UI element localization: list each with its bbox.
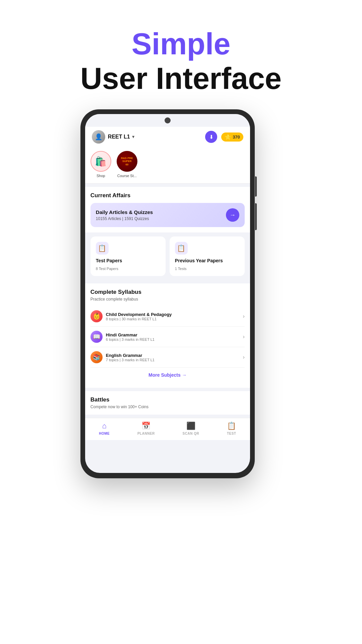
ca-arrow-button[interactable]: → [226,208,239,222]
phone-side-button-2 [255,203,257,230]
subject-icon-1: 📖 [90,331,103,343]
chevron-down-icon: ▼ [131,135,135,139]
subject-name-1: Hindi Grammar [106,332,155,337]
quick-access-row: 🛍️ Shop RAS PRESUPER60 Course St... [85,147,250,183]
chevron-right-icon-2: › [243,354,245,360]
subject-item-1[interactable]: 📖 Hindi Grammar 6 topics | 3 marks in RE… [90,327,245,347]
previous-year-card[interactable]: 📋 Previous Year Papers 1 Tests [170,236,245,276]
phone-frame: 👤 REET L1 ▼ ⬇ ⭐ 370 🛍️ [80,109,255,478]
ca-card-title: Daily Articles & Quizzes [96,209,153,215]
subject-text-2: English Grammar 7 topics | 3 marks in RE… [106,353,155,362]
nav-planner[interactable]: 📅 PLANNER [137,422,155,435]
page-header: Simple User Interface [80,0,282,109]
course-name: REET L1 [108,134,130,140]
avatar[interactable]: 👤 [92,130,105,144]
home-icon: ⌂ [102,422,107,430]
chevron-right-icon-0: › [243,313,245,319]
ca-text-block: Daily Articles & Quizzes 10155 Articles … [96,209,153,221]
subject-text-0: Child Development & Pedagogy 8 topics | … [106,312,172,321]
test-papers-grid: 📋 Test Papers 8 Test Papers 📋 Previous Y… [85,232,250,280]
star-icon: ⭐ [225,134,231,140]
subject-icon-0: 👶 [90,310,103,322]
test-papers-title: Test Papers [96,258,160,263]
page-title-simple: Simple [80,27,282,61]
subject-name-0: Child Development & Pedagogy [106,312,172,317]
header-left: 👤 REET L1 ▼ [92,130,135,144]
coins-count: 370 [233,135,240,140]
phone-notch [85,114,250,127]
test-papers-card[interactable]: 📋 Test Papers 8 Test Papers [90,236,166,276]
header-right: ⬇ ⭐ 370 [205,131,243,143]
nav-test[interactable]: 📋 TEST [227,422,236,435]
subject-icon-2: 📚 [90,351,103,363]
nav-test-label: TEST [227,432,236,435]
nav-scanqr-label: SCAN QR [183,432,199,435]
test-icon: 📋 [227,422,236,430]
previous-year-icon: 📋 [175,242,188,255]
ca-card-sub: 10155 Articles | 1591 Quizzes [96,216,153,221]
chevron-right-icon-1: › [243,334,245,340]
quick-shop[interactable]: 🛍️ Shop [90,151,111,178]
phone-side-button [255,176,257,197]
more-subjects-button[interactable]: More Subjects → [90,368,245,382]
subject-name-2: English Grammar [106,353,155,358]
shop-icon: 🛍️ [90,151,111,172]
syllabus-subtitle: Practice complete syllabus [90,297,245,302]
current-affairs-title: Current Affairs [90,192,245,199]
app-header: 👤 REET L1 ▼ ⬇ ⭐ 370 [85,127,250,147]
shop-label: Shop [97,174,105,178]
page-wrapper: Simple User Interface 👤 REET L1 ▼ [80,0,282,478]
nav-home-label: HOME [99,432,110,435]
previous-year-sub: 1 Tests [175,267,239,271]
subject-meta-2: 7 topics | 3 marks in REET L1 [106,358,155,362]
subject-meta-0: 8 topics | 30 marks in REET L1 [106,317,172,321]
test-papers-icon: 📋 [96,242,109,255]
nav-home[interactable]: ⌂ HOME [99,422,110,435]
battles-subtitle: Compete now to win 100+ Coins [90,405,245,409]
previous-year-title: Previous Year Papers [175,258,239,263]
subject-meta-1: 6 topics | 3 marks in REET L1 [106,337,155,341]
syllabus-section: Complete Syllabus Practice complete syll… [85,283,250,388]
subject-item-2[interactable]: 📚 English Grammar 7 topics | 3 marks in … [90,347,245,368]
battles-title: Battles [90,396,245,403]
scan-qr-icon: ⬛ [186,422,195,430]
subject-left-2: 📚 English Grammar 7 topics | 3 marks in … [90,351,155,363]
test-papers-sub: 8 Test Papers [96,267,160,271]
battles-section: Battles Compete now to win 100+ Coins [85,391,250,415]
download-button[interactable]: ⬇ [205,131,217,143]
current-affairs-card[interactable]: Daily Articles & Quizzes 10155 Articles … [90,203,245,227]
front-camera [165,117,171,123]
planner-icon: 📅 [141,422,150,430]
current-affairs-section: Current Affairs Daily Articles & Quizzes… [85,187,250,232]
subject-left-1: 📖 Hindi Grammar 6 topics | 3 marks in RE… [90,331,155,343]
course-selector[interactable]: REET L1 ▼ [108,134,135,140]
syllabus-title: Complete Syllabus [90,289,245,296]
nav-scan-qr[interactable]: ⬛ SCAN QR [183,422,199,435]
subject-item-0[interactable]: 👶 Child Development & Pedagogy 8 topics … [90,306,245,327]
course-store-icon: RAS PRESUPER60 [117,151,137,172]
bottom-navigation: ⌂ HOME 📅 PLANNER ⬛ SCAN QR 📋 TEST [85,418,250,440]
subject-left-0: 👶 Child Development & Pedagogy 8 topics … [90,310,172,322]
phone-screen: 👤 REET L1 ▼ ⬇ ⭐ 370 🛍️ [85,114,250,473]
quick-course-store[interactable]: RAS PRESUPER60 Course St... [117,151,137,178]
coins-badge[interactable]: ⭐ 370 [221,132,243,142]
nav-planner-label: PLANNER [137,432,155,435]
page-title-ui: User Interface [80,61,282,96]
subject-text-1: Hindi Grammar 6 topics | 3 marks in REET… [106,332,155,341]
course-store-label: Course St... [117,174,137,178]
